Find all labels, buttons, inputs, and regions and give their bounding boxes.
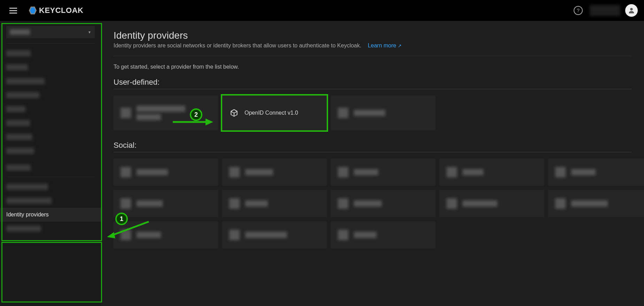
page-title: Identity providers — [114, 30, 631, 41]
brand-name: KEYCLOAK — [39, 6, 83, 15]
provider-card[interactable] — [440, 159, 544, 186]
provider-card[interactable] — [222, 159, 327, 186]
svg-point-2 — [630, 8, 633, 10]
topbar: KEYCLOAK ? — [0, 0, 644, 21]
provider-card[interactable] — [331, 221, 435, 248]
realm-selector[interactable]: ▼ — [6, 26, 95, 38]
external-link-icon: ↗ — [398, 43, 402, 48]
section-user-defined-label: User-defined: — [114, 78, 631, 87]
provider-card[interactable] — [114, 95, 218, 130]
learn-more-link[interactable]: Learn more↗ — [368, 43, 402, 48]
sidebar-item[interactable] — [0, 144, 101, 158]
sidebar-item[interactable] — [0, 46, 101, 60]
provider-card[interactable] — [114, 159, 218, 186]
provider-card[interactable] — [331, 95, 435, 130]
sidebar-item-identity-providers[interactable]: Identity providers — [0, 208, 101, 222]
provider-card-openid-connect[interactable]: OpenID Connect v1.0 — [222, 95, 327, 130]
account-chip[interactable] — [590, 5, 620, 16]
user-defined-grid: OpenID Connect v1.0 — [114, 95, 631, 130]
sidebar-item[interactable] — [0, 180, 101, 194]
sidebar-item[interactable] — [0, 130, 101, 144]
provider-card[interactable] — [222, 221, 327, 248]
sidebar-item-label: Identity providers — [6, 212, 49, 218]
main-content: Identity providers Identity providers ar… — [101, 21, 644, 306]
keycloak-logo-icon — [28, 6, 38, 15]
page-description: Identity providers are social networks o… — [114, 43, 631, 49]
sidebar-item[interactable] — [0, 222, 101, 236]
sidebar-item[interactable] — [0, 194, 101, 208]
user-avatar[interactable] — [625, 4, 638, 17]
provider-card[interactable] — [548, 190, 644, 217]
chevron-down-icon: ▼ — [88, 30, 91, 34]
sidebar-item[interactable] — [0, 116, 101, 130]
sidebar-item[interactable] — [0, 102, 101, 116]
provider-card[interactable] — [440, 190, 544, 217]
provider-card[interactable] — [114, 190, 218, 217]
sidebar-item[interactable] — [0, 161, 101, 175]
provider-card[interactable] — [331, 159, 435, 186]
help-icon[interactable]: ? — [574, 6, 583, 15]
hamburger-menu-button[interactable] — [6, 3, 20, 17]
section-social-label: Social: — [114, 141, 631, 150]
provider-card-label: OpenID Connect v1.0 — [245, 110, 298, 116]
provider-card[interactable] — [331, 190, 435, 217]
brand-logo[interactable]: KEYCLOAK — [28, 6, 83, 15]
provider-card[interactable] — [548, 159, 644, 186]
provider-card[interactable] — [222, 190, 327, 217]
sidebar: ▼ Identity providers — [0, 21, 101, 306]
sidebar-item[interactable] — [0, 88, 101, 102]
starter-text: To get started, select a provider from t… — [114, 64, 631, 70]
cube-icon — [229, 108, 239, 118]
social-grid — [114, 159, 631, 248]
provider-card[interactable] — [114, 221, 218, 248]
sidebar-item[interactable] — [0, 74, 101, 88]
sidebar-item[interactable] — [0, 60, 101, 74]
